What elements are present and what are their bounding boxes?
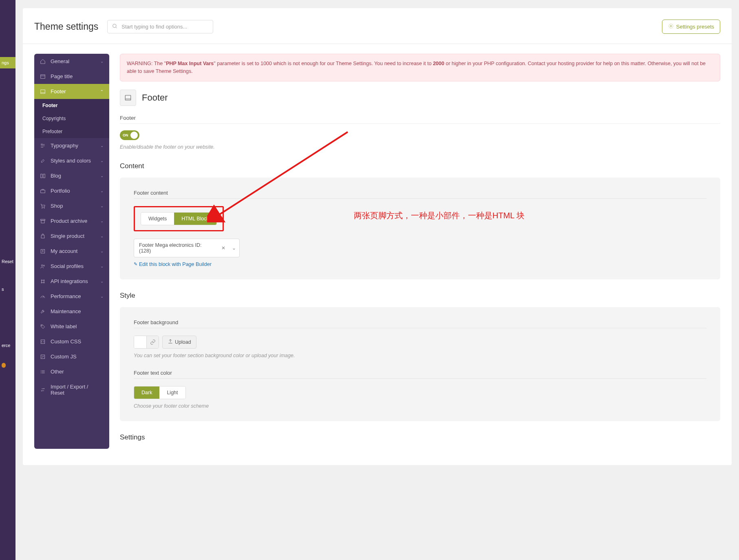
chevron-down-icon: ⌄	[100, 204, 104, 208]
wp-admin-sidebar: ngs Reset s erce	[0, 0, 15, 465]
nav-label: General	[51, 58, 100, 64]
chevron-down-icon: ⌄	[100, 264, 104, 268]
search-input[interactable]	[107, 20, 213, 33]
text-color-label: Footer text color	[134, 370, 706, 379]
svg-rect-7	[41, 174, 42, 178]
nav-item-import-export-reset[interactable]: Import / Export / Reset	[34, 379, 109, 400]
nav-item-blog[interactable]: Blog⌄	[34, 168, 109, 183]
list-icon	[40, 369, 46, 375]
nav-label: Blog	[51, 173, 100, 179]
section-title: Footer	[142, 92, 168, 103]
annotation-text: 两张页脚方式，一种是小部件，一种是HTML 块	[354, 210, 525, 221]
svg-rect-24	[41, 355, 44, 358]
chevron-down-icon: ⌄	[100, 234, 104, 238]
style-panel: Footer background Upload	[120, 307, 720, 421]
clear-icon[interactable]: ✕	[218, 242, 229, 254]
edit-block-link[interactable]: ✎ Edit this block with Page Builder	[134, 261, 212, 267]
wp-sidebar-item[interactable]: erce	[0, 340, 15, 351]
svg-point-18	[44, 279, 44, 280]
svg-point-29	[41, 371, 41, 372]
light-option[interactable]: Light	[159, 387, 185, 399]
nav-item-custom-css[interactable]: Custom CSS	[34, 334, 109, 349]
export-icon	[40, 248, 46, 254]
chevron-down-icon: ⌄	[100, 89, 104, 94]
upload-icon	[168, 338, 173, 345]
nav-item-portfolio[interactable]: Portfolio⌄	[34, 183, 109, 198]
dark-option[interactable]: Dark	[134, 387, 159, 399]
briefcase-icon	[40, 188, 46, 194]
nav-subitem-prefooter[interactable]: Prefooter	[34, 125, 109, 138]
text-icon	[40, 143, 46, 149]
nav-item-typography[interactable]: Typography⌄	[34, 138, 109, 153]
api-icon	[40, 279, 46, 284]
svg-rect-13	[41, 220, 44, 223]
footer-bg-label: Footer background	[134, 319, 706, 328]
svg-line-21	[43, 296, 44, 298]
nav-item-single-product[interactable]: Single product⌄	[34, 228, 109, 244]
wp-sidebar-item[interactable]: Reset	[0, 256, 15, 267]
svg-point-2	[670, 25, 672, 27]
nav-item-shop[interactable]: Shop⌄	[34, 198, 109, 213]
wrench-icon	[40, 309, 46, 314]
html-block-select[interactable]: Footer Mega electronics ID:(128) ✕ ⌄	[134, 239, 240, 257]
nav-label: Styles and colors	[51, 158, 100, 164]
home-icon	[40, 59, 46, 64]
settings-nav: General⌄Page titleFooter⌄FooterCopyright…	[34, 54, 109, 449]
wp-sidebar-badge[interactable]	[0, 359, 15, 371]
nav-item-maintenance[interactable]: Maintenance	[34, 304, 109, 319]
nav-subitem-copyrights[interactable]: Copyrights	[34, 112, 109, 125]
nav-subitem-footer[interactable]: Footer	[34, 99, 109, 112]
svg-point-20	[44, 282, 44, 283]
html-block-option[interactable]: HTML Block	[174, 213, 216, 225]
nav-item-other[interactable]: Other	[34, 364, 109, 379]
link-icon[interactable]	[146, 336, 159, 348]
nav-label: Maintenance	[51, 308, 104, 314]
chevron-down-icon: ⌄	[100, 219, 104, 223]
nav-label: Social profiles	[51, 263, 100, 269]
section-header: Footer	[120, 90, 720, 106]
widgets-option[interactable]: Widgets	[141, 213, 174, 225]
footer-toggle[interactable]: ON	[120, 130, 139, 140]
svg-point-10	[42, 207, 42, 208]
archive-icon	[40, 218, 46, 224]
chevron-down-icon: ⌄	[100, 173, 104, 178]
content-section-title: Content	[120, 162, 720, 170]
nav-item-custom-js[interactable]: Custom JS	[34, 349, 109, 364]
bg-color-control	[134, 336, 159, 349]
nav-label: Custom CSS	[51, 338, 104, 345]
nav-item-footer[interactable]: Footer⌄	[34, 84, 109, 99]
search-icon	[112, 23, 118, 30]
svg-line-1	[116, 27, 117, 28]
nav-label: White label	[51, 323, 104, 329]
chevron-down-icon: ⌄	[100, 59, 104, 64]
nav-item-api-integrations[interactable]: API integrations⌄	[34, 274, 109, 289]
upload-button[interactable]: Upload	[162, 336, 196, 349]
nav-label: Shop	[51, 203, 100, 209]
nav-item-social-profiles[interactable]: Social profiles⌄	[34, 259, 109, 274]
style-section-title: Style	[120, 292, 720, 300]
nav-item-white-label[interactable]: White label	[34, 319, 109, 334]
nav-item-performance[interactable]: Performance⌄	[34, 289, 109, 304]
nav-item-styles-and-colors[interactable]: Styles and colors⌄	[34, 153, 109, 168]
nav-item-general[interactable]: General⌄	[34, 54, 109, 69]
css-icon	[40, 339, 46, 345]
chevron-down-icon[interactable]: ⌄	[229, 242, 239, 254]
nav-item-my-account[interactable]: My account⌄	[34, 244, 109, 259]
svg-rect-5	[41, 90, 45, 93]
svg-rect-9	[41, 190, 45, 193]
text-color-toggle: Dark Light	[134, 386, 186, 399]
color-swatch[interactable]	[134, 336, 146, 348]
nav-label: Product archive	[51, 218, 100, 224]
settings-presets-button[interactable]: Settings presets	[662, 20, 720, 34]
nav-item-page-title[interactable]: Page title	[34, 69, 109, 84]
wp-sidebar-item[interactable]: s	[0, 283, 15, 295]
nav-label: Footer	[51, 88, 100, 94]
annotation-frame: Widgets HTML Block	[134, 206, 224, 231]
chevron-down-icon: ⌄	[100, 158, 104, 163]
wp-sidebar-item-active[interactable]: ngs	[0, 57, 15, 68]
footer-content-label: Footer content	[134, 190, 706, 199]
nav-item-product-archive[interactable]: Product archive⌄	[34, 213, 109, 228]
pencil-icon: ✎	[134, 261, 137, 267]
settings-section-title: Settings	[120, 433, 720, 441]
svg-point-17	[41, 279, 42, 280]
